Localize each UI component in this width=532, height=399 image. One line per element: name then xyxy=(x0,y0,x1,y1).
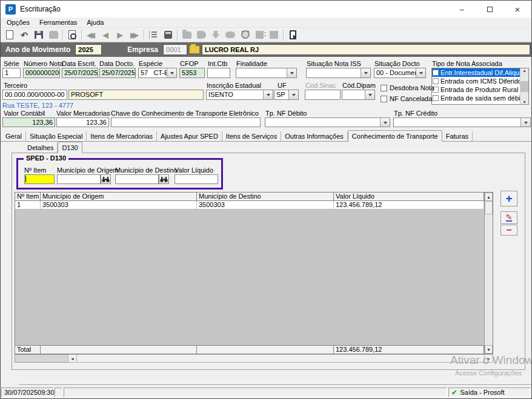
data-docto-field[interactable]: 25/07/2025 xyxy=(99,68,136,78)
last-record-button[interactable]: ▶▶ xyxy=(127,29,142,41)
valor-mercadorias-field[interactable]: 123,36 xyxy=(56,117,109,127)
serie-field[interactable]: 1 xyxy=(2,68,21,78)
d130-item-input[interactable] xyxy=(24,174,55,184)
tab-d130[interactable]: D130 xyxy=(58,142,82,153)
list-item[interactable]: Entrada de Produtor Rural xyxy=(432,85,520,94)
finalidade-combobox[interactable] xyxy=(236,68,297,78)
tab-ajustes-apur-sped[interactable]: Ajustes Apur SPED xyxy=(157,131,222,141)
inscricao-estadual-combobox[interactable]: ISENTO xyxy=(206,90,273,100)
menu-ferramentas[interactable]: Ferramentas xyxy=(35,19,82,26)
tab-itens-de-servicos[interactable]: Itens de Serviços xyxy=(222,131,281,141)
chevron-down-icon[interactable] xyxy=(361,68,370,77)
tab-geral[interactable]: Geral xyxy=(2,131,26,141)
chevron-down-icon[interactable] xyxy=(416,68,425,77)
column-header[interactable]: Município de Destino xyxy=(197,193,334,201)
grid-row[interactable]: 1 3500303 3500303 123.456.789,12 xyxy=(15,201,484,209)
tab-faturas[interactable]: Faturas xyxy=(442,131,473,141)
checkbox-icon[interactable] xyxy=(433,95,439,101)
undo-button[interactable]: ↶ xyxy=(17,29,32,41)
int-ctb-field[interactable] xyxy=(207,68,230,78)
print-preview-button[interactable] xyxy=(65,29,79,41)
tab-conhecimento-de-transporte[interactable]: Conhecimento de Transporte xyxy=(348,130,442,142)
especie-combobox[interactable]: 57 CT-E xyxy=(138,68,177,78)
next-record-button[interactable]: ▶ xyxy=(113,29,127,41)
menu-ajuda[interactable]: Ajuda xyxy=(82,19,108,26)
scrollbar-thumb[interactable] xyxy=(485,201,493,214)
chevron-down-icon[interactable] xyxy=(287,68,296,77)
terceiro-nome-field[interactable]: PROSOFT xyxy=(68,90,204,100)
terceiro-cnpj-field[interactable]: 00.000.000/0000-00 xyxy=(2,90,67,100)
numero-nota-field[interactable]: 0000000200 xyxy=(23,68,60,78)
d130-destino-input[interactable] xyxy=(115,174,159,184)
scroll-up-icon[interactable]: ▲ xyxy=(522,68,527,73)
accounting-button[interactable] xyxy=(161,29,175,41)
checkbox-icon[interactable] xyxy=(433,70,439,76)
scroll-left-icon[interactable]: ◄ xyxy=(68,354,77,363)
minimize-button[interactable]: – xyxy=(448,1,476,18)
tp-nf-debito-combobox[interactable] xyxy=(265,117,390,127)
tp-nf-credito-combobox[interactable] xyxy=(393,117,531,127)
list-item[interactable]: Entrada de saída sem débito xyxy=(432,94,520,102)
column-header[interactable]: Valor Líquido xyxy=(334,193,484,201)
cfop-field[interactable]: 5353 xyxy=(179,68,205,78)
scroll-down-icon[interactable]: ▼ xyxy=(485,345,493,354)
chave-cte-field[interactable] xyxy=(111,117,261,127)
new-document-button[interactable] xyxy=(2,29,17,41)
chevron-down-icon[interactable] xyxy=(520,118,530,127)
menu-opcoes[interactable]: Opções xyxy=(2,19,35,26)
list-item[interactable]: Entrada com ICMS Diferido xyxy=(432,77,520,85)
tab-detalhes[interactable]: Detalhes xyxy=(24,143,58,153)
tab-outras-informacoes[interactable]: Outras Informações xyxy=(281,131,348,141)
add-row-button[interactable]: + xyxy=(500,191,517,206)
chevron-down-icon[interactable] xyxy=(288,90,298,99)
previous-record-button[interactable]: ◀ xyxy=(98,29,113,41)
grid-cell[interactable]: 1 xyxy=(15,201,41,209)
edit-row-button[interactable]: ✎ xyxy=(500,211,517,224)
first-record-button[interactable]: ◀◀ xyxy=(84,29,98,41)
scroll-right-icon[interactable]: ► xyxy=(484,354,493,363)
column-header[interactable]: Nº Item xyxy=(15,193,41,201)
grid-cell[interactable]: 3500303 xyxy=(41,201,197,209)
chevron-down-icon[interactable] xyxy=(167,68,176,77)
desdobra-nota-checkbox[interactable]: Desdobra Nota xyxy=(381,84,434,91)
tree-view-button[interactable] xyxy=(146,29,161,41)
tab-situacao-especial[interactable]: Situação Especial xyxy=(26,131,87,141)
cod-dipam-combobox[interactable] xyxy=(342,90,375,100)
tipo-nota-associada-listbox[interactable]: Entr.Interestadual Dif.Aliquota Entrada … xyxy=(431,68,529,105)
scrollbar-thumb[interactable] xyxy=(520,81,528,92)
checkbox-icon[interactable] xyxy=(433,78,439,84)
scroll-up-icon[interactable]: ▲ xyxy=(485,193,493,201)
maximize-button[interactable] xyxy=(476,1,504,18)
destino-search-button[interactable] xyxy=(159,174,169,184)
chevron-down-icon[interactable] xyxy=(365,90,374,99)
delete-row-button[interactable]: − xyxy=(500,225,517,236)
grid-vertical-scrollbar[interactable]: ▲ ▼ xyxy=(484,193,493,354)
exit-button[interactable] xyxy=(285,29,300,41)
d130-valor-input[interactable] xyxy=(175,174,218,184)
chevron-down-icon[interactable] xyxy=(380,118,390,127)
origem-search-button[interactable] xyxy=(101,174,111,184)
scrollbar-thumb[interactable] xyxy=(77,354,484,363)
company-code-field[interactable]: 0001 xyxy=(163,44,187,55)
grid-cell[interactable]: 3500303 xyxy=(197,201,334,209)
situacao-docto-combobox[interactable]: 00 - Document xyxy=(374,68,426,78)
tab-itens-de-mercadorias[interactable]: Itens de Mercadorias xyxy=(87,131,157,141)
uf-combobox[interactable]: SP xyxy=(274,90,299,100)
year-field[interactable]: 2025 xyxy=(75,44,102,55)
close-button[interactable]: × xyxy=(504,1,531,18)
grid-cell[interactable]: 123.456.789,12 xyxy=(334,201,484,209)
situacao-nota-iss-combobox[interactable] xyxy=(306,68,371,78)
valor-contabil-field[interactable]: 123,36 xyxy=(2,117,55,127)
grid-horizontal-scrollbar[interactable]: ◄ ► xyxy=(15,354,493,363)
listbox-scrollbar[interactable]: ▲▼ xyxy=(520,68,528,104)
data-escrit-field[interactable]: 25/07/2025 xyxy=(62,68,98,78)
d130-origem-input[interactable] xyxy=(57,174,101,184)
chevron-down-icon[interactable] xyxy=(263,90,273,99)
list-item[interactable]: Entr.Interestadual Dif.Aliquota xyxy=(432,68,520,77)
checkbox-icon[interactable] xyxy=(381,85,387,91)
column-header[interactable]: Município de Origem xyxy=(41,193,197,201)
checkbox-icon[interactable] xyxy=(381,96,387,102)
save-button[interactable] xyxy=(32,29,46,41)
scroll-down-icon[interactable]: ▼ xyxy=(522,100,527,104)
nf-cancelada-checkbox[interactable]: NF Cancelada xyxy=(381,95,432,102)
